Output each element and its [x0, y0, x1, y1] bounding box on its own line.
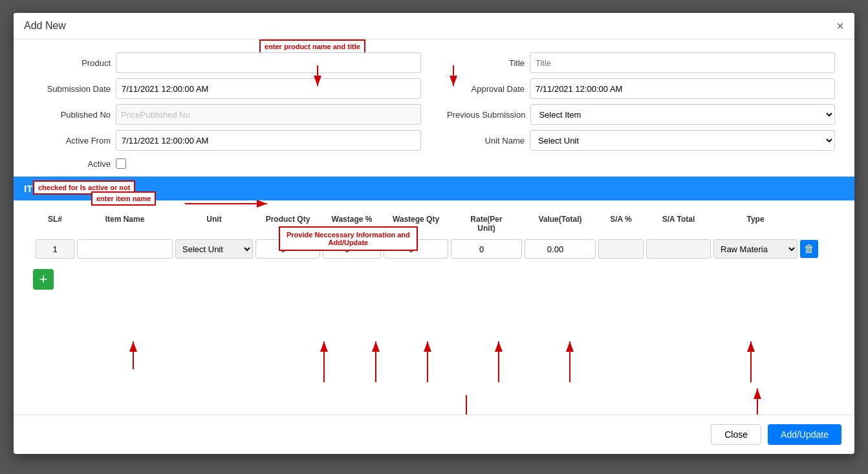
annotation-item-name: enter item name [91, 191, 156, 206]
th-value-total: Value(Total) [525, 215, 596, 233]
th-unit: Unit [175, 215, 253, 233]
unit-cell: Select Unit [175, 239, 253, 259]
add-row-button[interactable]: + [33, 269, 54, 290]
approval-date-label: Approval Date [447, 84, 525, 94]
unit-select[interactable]: Select Unit [175, 239, 253, 259]
published-no-label: Published No [33, 110, 111, 120]
sa-total-cell [646, 239, 711, 259]
sl-number: 1 [36, 239, 74, 259]
th-item-name: Item Name [77, 215, 173, 233]
type-select[interactable]: Raw Materia [713, 239, 797, 259]
rate-per-unit-cell [451, 239, 522, 259]
title-input[interactable] [530, 52, 835, 73]
active-checkbox[interactable] [116, 158, 126, 169]
product-input[interactable] [116, 52, 421, 73]
value-total-cell [525, 239, 596, 259]
sa-total-input[interactable] [646, 239, 711, 259]
close-footer-button[interactable]: Close [711, 424, 761, 445]
close-icon-btn[interactable]: × [836, 19, 844, 32]
th-rate-per-unit: Rate(PerUnit) [451, 215, 522, 233]
unit-name-select[interactable]: Select Unit [530, 130, 835, 151]
previous-submission-label: Previous Submission [447, 110, 525, 120]
annotation-product-title: enter product name and title [259, 39, 365, 54]
approval-date-input[interactable] [530, 78, 835, 99]
title-label: Title [447, 58, 525, 68]
active-from-input[interactable] [116, 130, 421, 151]
delete-row-button[interactable]: 🗑 [800, 240, 818, 258]
sa-pct-input[interactable] [598, 239, 644, 259]
table-header: SL# Item Name Unit Product Qty Wastage %… [33, 211, 835, 237]
annotation-provide: Provide Neccessary Information andAdd/Up… [279, 226, 418, 251]
active-from-label: Active From [33, 136, 111, 145]
add-update-button[interactable]: Add/Update [768, 424, 841, 445]
sl-cell: 1 [36, 239, 74, 259]
product-label: Product [33, 58, 111, 68]
previous-submission-select[interactable]: Select Item [530, 104, 835, 125]
th-action [800, 215, 832, 233]
submission-date-label: Submission Date [33, 84, 111, 94]
table-row: 1 Select Unit [33, 237, 835, 261]
th-type: Type [713, 215, 797, 233]
active-label: Active [33, 159, 111, 169]
type-cell: Raw Materia [713, 239, 797, 259]
item-name-input[interactable] [77, 239, 173, 259]
published-no-input[interactable] [116, 104, 421, 125]
th-sl: SL# [36, 215, 74, 233]
th-sa-total: S/A Total [646, 215, 711, 233]
sa-pct-cell [598, 239, 644, 259]
submission-date-input[interactable] [116, 78, 421, 99]
delete-cell: 🗑 [800, 240, 832, 258]
th-sa-pct: S/A % [598, 215, 644, 233]
value-total-input[interactable] [525, 239, 596, 259]
modal-title: Add New [24, 20, 66, 32]
unit-name-label: Unit Name [447, 136, 525, 145]
rate-per-unit-input[interactable] [451, 239, 522, 259]
item-name-cell [77, 239, 173, 259]
